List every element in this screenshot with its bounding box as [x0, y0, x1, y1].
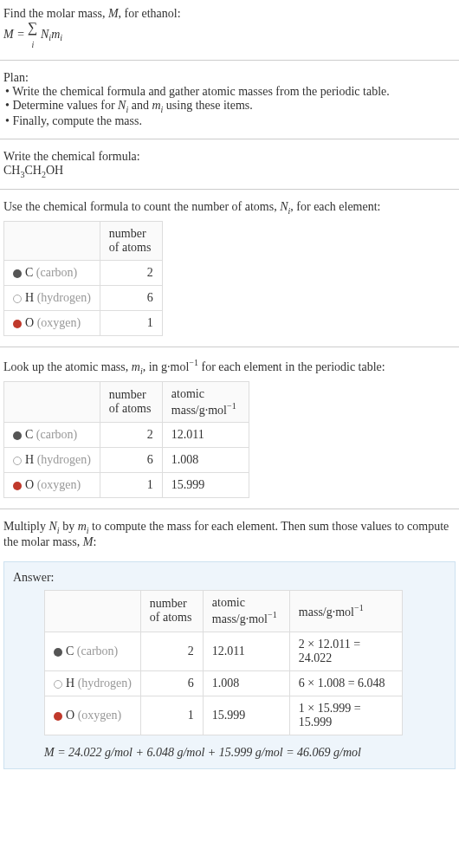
- var-m: mi: [132, 360, 143, 373]
- plan-bullet-1: • Write the chemical formula and gather …: [3, 85, 456, 99]
- element-cell: H (hydrogen): [4, 448, 100, 473]
- table-row: O (oxygen)115.999: [4, 473, 249, 498]
- mass-cell: 2 × 12.011 = 24.022: [289, 632, 402, 670]
- final-equation: M = 24.022 g/mol + 6.048 g/mol + 15.999 …: [44, 746, 446, 760]
- mass-cell: 15.999: [162, 473, 249, 498]
- element-swatch-icon: [54, 648, 62, 657]
- element-cell: C (carbon): [45, 632, 141, 670]
- formula-title: Write the chemical formula:: [3, 150, 456, 164]
- table-row: H (hydrogen)61.0086 × 1.008 = 6.048: [45, 670, 403, 696]
- atoms-cell: 1: [100, 311, 162, 336]
- mass-header: atomic mass/g·mol−1: [162, 381, 249, 423]
- chemical-formula: CH3CH2OH: [3, 164, 456, 179]
- element-swatch-icon: [54, 712, 62, 721]
- atomic-mass-header: atomic mass/g·mol−1: [203, 591, 289, 632]
- var-M: M: [83, 535, 94, 548]
- atoms-header: number of atoms: [100, 222, 162, 261]
- element-swatch-icon: [54, 680, 62, 689]
- intro-section: Find the molar mass, M, for ethanol: M =…: [0, 0, 459, 56]
- element-cell: O (oxygen): [4, 311, 100, 336]
- var-n: Ni: [118, 99, 128, 112]
- answer-box: Answer: number of atoms atomic mass/g·mo…: [3, 561, 456, 769]
- var-n: Ni: [49, 520, 60, 533]
- chemical-formula-section: Write the chemical formula: CH3CH2OH: [0, 143, 459, 186]
- atoms-cell: 6: [100, 448, 162, 473]
- element-swatch-icon: [13, 320, 22, 328]
- atoms-table: number of atoms C (carbon)2 H (hydrogen)…: [3, 221, 163, 336]
- var-m: mi: [78, 520, 89, 533]
- amass-cell: 15.999: [203, 696, 289, 735]
- table-row: C (carbon)2: [4, 261, 163, 286]
- mass-cell: 6 × 1.008 = 6.048: [289, 670, 402, 696]
- atoms-cell: 1: [140, 696, 203, 735]
- blank-header: [4, 381, 100, 423]
- count-section: Use the chemical formula to count the nu…: [0, 193, 459, 343]
- divider: [0, 60, 459, 61]
- eq-lhs: M =: [3, 28, 28, 41]
- atoms-cell: 2: [140, 632, 203, 670]
- plan-bullet-3: • Finally, compute the mass.: [3, 114, 456, 128]
- sum-index: i: [31, 40, 34, 49]
- mass-cell: 1.008: [162, 448, 249, 473]
- plan-title: Plan:: [3, 71, 456, 85]
- text: and: [128, 99, 152, 112]
- atoms-cell: 2: [100, 261, 162, 286]
- table-row: O (oxygen)115.9991 × 15.999 = 15.999: [45, 696, 403, 735]
- atoms-cell: 6: [140, 670, 203, 696]
- eq-m: m: [51, 28, 60, 41]
- divider: [0, 189, 459, 190]
- table-header-row: number of atoms atomic mass/g·mol−1 mass…: [45, 591, 403, 632]
- atoms-cell: 6: [100, 286, 162, 311]
- plan-bullet-2: • Determine values for Ni and mi using t…: [3, 99, 456, 114]
- blank-header: [45, 591, 141, 632]
- mass-cell: 12.011: [162, 423, 249, 448]
- element-swatch-icon: [13, 269, 22, 278]
- plan-section: Plan: • Write the chemical formula and g…: [0, 64, 459, 135]
- compute-section: Multiply Ni by mi to compute the mass fo…: [0, 513, 459, 556]
- molar-mass-equation: M = ∑i Nimi: [3, 21, 456, 49]
- answer-table: number of atoms atomic mass/g·mol−1 mass…: [44, 590, 403, 735]
- text: • Determine values for: [5, 99, 118, 112]
- element-cell: O (oxygen): [4, 473, 100, 498]
- table-header-row: number of atoms atomic mass/g·mol−1: [4, 381, 249, 423]
- table-row: C (carbon)212.011: [4, 423, 249, 448]
- count-title: Use the chemical formula to count the nu…: [3, 200, 456, 216]
- table-row: H (hydrogen)6: [4, 286, 163, 311]
- text: , for ethanol:: [119, 7, 181, 20]
- text: using these items.: [163, 99, 252, 112]
- mass-header: mass/g·mol−1: [289, 591, 402, 632]
- element-cell: O (oxygen): [45, 696, 141, 735]
- atoms-header: number of atoms: [100, 381, 162, 423]
- lookup-section: Look up the atomic mass, mi, in g·mol−1 …: [0, 351, 459, 505]
- answer-label: Answer:: [13, 571, 446, 585]
- element-swatch-icon: [13, 295, 22, 303]
- element-swatch-icon: [13, 457, 22, 465]
- blank-header: [4, 222, 100, 261]
- eq-n: N: [38, 28, 49, 41]
- var-n: Ni: [280, 200, 290, 213]
- divider: [0, 347, 459, 347]
- divider: [0, 139, 459, 139]
- intro-line: Find the molar mass, M, for ethanol:: [3, 7, 456, 21]
- var-m: M: [108, 7, 119, 20]
- amass-cell: 1.008: [203, 670, 289, 696]
- lookup-title: Look up the atomic mass, mi, in g·mol−1 …: [3, 358, 456, 375]
- mass-table: number of atoms atomic mass/g·mol−1 C (c…: [3, 381, 249, 499]
- element-cell: H (hydrogen): [4, 286, 100, 311]
- table-header-row: number of atoms: [4, 222, 163, 261]
- element-swatch-icon: [13, 482, 22, 490]
- amass-cell: 12.011: [203, 632, 289, 670]
- atoms-cell: 2: [100, 423, 162, 448]
- element-cell: C (carbon): [4, 423, 100, 448]
- table-row: H (hydrogen)61.008: [4, 448, 249, 473]
- compute-title: Multiply Ni by mi to compute the mass fo…: [3, 520, 456, 549]
- table-row: C (carbon)212.0112 × 12.011 = 24.022: [45, 632, 403, 670]
- mass-cell: 1 × 15.999 = 15.999: [289, 696, 402, 735]
- atoms-cell: 1: [100, 473, 162, 498]
- element-cell: H (hydrogen): [45, 670, 141, 696]
- text: Find the molar mass,: [3, 7, 108, 20]
- element-cell: C (carbon): [4, 261, 100, 286]
- sum-symbol: ∑: [28, 20, 37, 35]
- eq-m-i: i: [60, 33, 62, 42]
- var-m: mi: [152, 99, 163, 112]
